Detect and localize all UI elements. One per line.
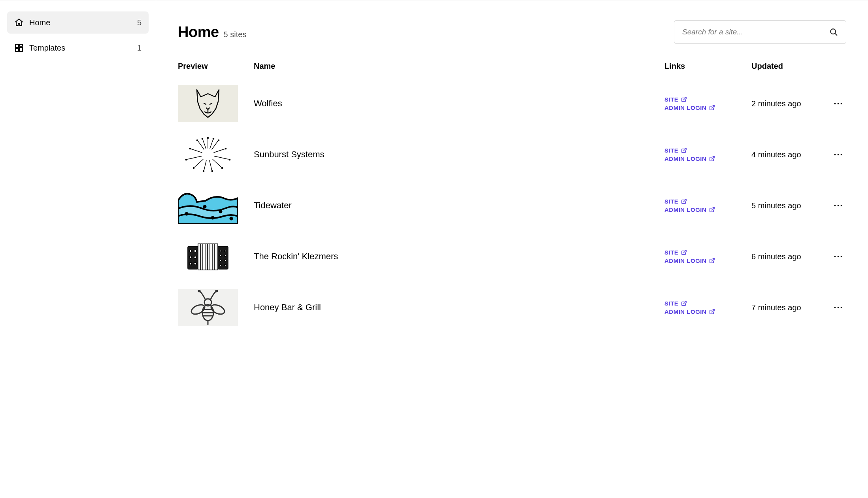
svg-point-71 — [216, 290, 217, 292]
site-name: Honey Bar & Grill — [254, 302, 321, 312]
svg-point-23 — [193, 167, 194, 168]
svg-line-7 — [712, 106, 715, 108]
site-link[interactable]: SITE — [664, 96, 751, 103]
svg-point-73 — [190, 303, 206, 316]
page-subtitle: 5 sites — [224, 30, 247, 39]
updated-text: 2 minutes ago — [751, 99, 801, 108]
updated-cell: 5 minutes ago — [751, 201, 830, 210]
svg-line-26 — [191, 149, 202, 153]
updated-text: 7 minutes ago — [751, 303, 801, 312]
site-link[interactable]: SITE — [664, 300, 751, 307]
svg-point-56 — [194, 256, 196, 258]
main-content: Home 5 sites Preview Name Links Updated — [156, 0, 868, 498]
preview-thumbnail — [178, 136, 238, 173]
svg-line-32 — [203, 140, 206, 149]
table-row[interactable]: Tidewater SITE ADMIN LOGIN 5 minutes ago… — [178, 180, 846, 231]
external-link-icon — [709, 309, 715, 315]
site-link[interactable]: SITE — [664, 198, 751, 205]
svg-line-10 — [212, 141, 218, 149]
svg-point-54 — [194, 250, 196, 252]
external-link-icon — [681, 300, 687, 306]
svg-rect-1 — [19, 44, 23, 46]
svg-line-35 — [712, 157, 715, 159]
table-row[interactable]: Sunburst Systems SITE ADMIN LOGIN 4 minu… — [178, 129, 846, 180]
svg-line-67 — [684, 250, 687, 253]
svg-line-42 — [712, 208, 715, 210]
site-name: Sunburst Systems — [254, 149, 325, 159]
header-row: Home 5 sites — [178, 20, 846, 44]
more-button[interactable]: ··· — [830, 98, 846, 109]
svg-point-37 — [204, 206, 206, 208]
table-row[interactable]: The Rockin' Klezmers SITE ADMIN LOGIN 6 … — [178, 231, 846, 282]
table-header: Preview Name Links Updated — [178, 62, 846, 78]
external-link-icon — [709, 156, 715, 162]
actions-cell: ··· — [830, 200, 846, 211]
preview-cell — [178, 238, 254, 275]
svg-point-19 — [211, 170, 213, 172]
actions-cell: ··· — [830, 251, 846, 262]
col-header-actions — [830, 62, 846, 71]
svg-point-9 — [207, 137, 208, 138]
more-button[interactable]: ··· — [830, 251, 846, 262]
more-button[interactable]: ··· — [830, 302, 846, 313]
svg-point-11 — [218, 140, 219, 141]
admin-login-link[interactable]: ADMIN LOGIN — [664, 206, 751, 213]
table-row[interactable]: Honey Bar & Grill SITE ADMIN LOGIN 7 min… — [178, 282, 846, 333]
sidebar-item-templates[interactable]: Templates 1 — [7, 37, 149, 59]
svg-point-70 — [198, 290, 200, 292]
updated-text: 6 minutes ago — [751, 252, 801, 261]
sites-table: Preview Name Links Updated — [178, 62, 846, 333]
updated-cell: 7 minutes ago — [751, 303, 830, 312]
sidebar-item-home[interactable]: Home 5 — [7, 11, 149, 34]
title-wrap: Home 5 sites — [178, 24, 246, 41]
templates-icon — [14, 43, 24, 53]
sidebar-item-label: Home — [29, 18, 132, 27]
svg-point-66 — [225, 264, 226, 266]
svg-point-53 — [189, 250, 192, 252]
more-button[interactable]: ··· — [830, 149, 846, 160]
svg-line-22 — [194, 159, 203, 167]
svg-line-6 — [684, 97, 687, 100]
svg-point-15 — [229, 159, 230, 160]
actions-cell: ··· — [830, 302, 846, 313]
preview-cell — [178, 85, 254, 122]
more-button[interactable]: ··· — [830, 200, 846, 211]
sidebar-item-count: 1 — [137, 43, 142, 53]
site-link[interactable]: SITE — [664, 147, 751, 154]
svg-line-41 — [684, 199, 687, 202]
preview-cell — [178, 289, 254, 326]
svg-line-14 — [214, 156, 228, 159]
svg-point-21 — [203, 170, 204, 172]
admin-login-link[interactable]: ADMIN LOGIN — [664, 155, 751, 162]
svg-line-68 — [712, 258, 715, 261]
actions-cell: ··· — [830, 98, 846, 109]
svg-point-64 — [225, 260, 226, 261]
admin-login-link[interactable]: ADMIN LOGIN — [664, 104, 751, 111]
links-cell: SITE ADMIN LOGIN — [664, 198, 751, 213]
svg-point-13 — [225, 148, 226, 149]
search-box[interactable] — [674, 20, 846, 44]
external-link-icon — [681, 198, 687, 204]
svg-point-61 — [220, 255, 221, 257]
svg-point-63 — [220, 260, 221, 261]
table-row[interactable]: Wolfies SITE ADMIN LOGIN 2 minutes ago ·… — [178, 78, 846, 129]
name-cell: The Rockin' Klezmers — [254, 251, 664, 262]
search-icon — [829, 28, 838, 36]
svg-point-27 — [189, 148, 191, 149]
svg-line-34 — [684, 148, 687, 151]
preview-thumbnail — [178, 289, 238, 326]
name-cell: Sunburst Systems — [254, 149, 664, 160]
svg-point-29 — [196, 140, 198, 141]
admin-login-link[interactable]: ADMIN LOGIN — [664, 257, 751, 264]
svg-point-31 — [213, 138, 214, 139]
sidebar-item-count: 5 — [137, 18, 142, 27]
external-link-icon — [681, 96, 687, 102]
search-input[interactable] — [682, 28, 829, 36]
site-link[interactable]: SITE — [664, 249, 751, 256]
admin-login-link[interactable]: ADMIN LOGIN — [664, 308, 751, 315]
links-cell: SITE ADMIN LOGIN — [664, 147, 751, 162]
svg-point-25 — [185, 159, 187, 160]
links-cell: SITE ADMIN LOGIN — [664, 249, 751, 264]
page-title: Home — [178, 24, 219, 41]
svg-point-65 — [220, 264, 221, 266]
